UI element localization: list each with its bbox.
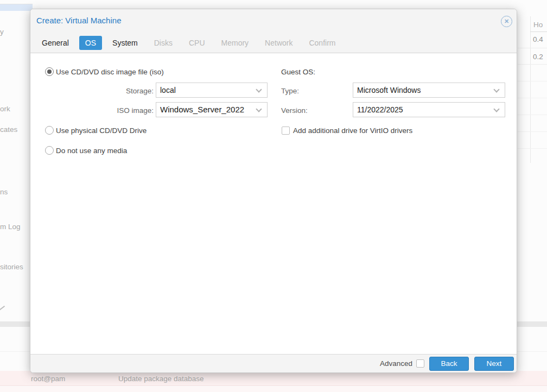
divider [518,115,547,115]
os-version-label: Version: [281,106,308,115]
storage-label: Storage: [83,87,154,95]
radio-physical-cd-label: Use physical CD/DVD Drive [56,127,147,135]
sidebar-item-fragment: cates [0,125,17,134]
task-log-row: root@pam Update package database [0,371,547,386]
sidebar-item-fragment: y [0,28,4,36]
tab-network: Network [259,36,298,50]
task-description: Update package database [118,375,204,383]
os-type-select[interactable]: Microsoft Windows [353,83,505,98]
virtio-drive-label: Add additional drive for VirtIO drivers [293,127,412,135]
radio-no-media[interactable] [45,146,54,155]
virtio-drive-checkbox[interactable] [282,127,290,135]
sidebar-item-fragment: sitories [0,263,23,271]
task-log-row [0,387,547,392]
radio-physical-cd[interactable] [45,126,54,135]
radio-no-media-label: Do not use any media [56,147,127,155]
guest-os-heading: Guest OS: [281,68,315,76]
tab-general[interactable]: General [36,36,75,50]
os-version-value: 11/2022/2025 [357,105,403,114]
os-type-value: Microsoft Windows [357,86,421,94]
next-button[interactable]: Next [474,357,514,371]
tab-memory: Memory [215,36,255,50]
storage-select[interactable]: local [156,83,268,98]
tab-cpu: CPU [183,36,211,50]
tab-disks: Disks [148,36,179,50]
table-cell-value: 0.2 [533,53,543,61]
chevron-down-icon[interactable] [256,86,262,92]
radio-use-iso-label: Use CD/DVD disc image file (iso) [56,68,164,76]
tab-os[interactable]: OS [79,36,102,50]
create-vm-dialog: Create: Virtual Machine ✕ General OS Sys… [30,9,517,373]
close-icon: ✕ [504,18,509,25]
chevron-down-icon[interactable] [493,106,499,112]
table-cell-value: 0.4 [533,35,543,43]
sidebar-fragment-mark [0,306,5,311]
table-header-fragment: Ho [533,21,543,29]
sidebar-item-fragment: m Log [0,223,21,231]
iso-image-select[interactable]: Windows_Server_2022 [156,102,268,117]
close-button[interactable]: ✕ [501,16,512,27]
dialog-body: Use CD/DVD disc image file (iso) Storage… [30,54,517,354]
table-column-divider [530,16,531,163]
divider [518,131,547,132]
dialog-footer: Advanced Back Next [30,354,517,372]
divider [518,64,547,65]
iso-image-label: ISO image: [83,106,154,115]
storage-value: local [160,86,176,94]
divider [518,148,547,149]
dialog-header: Create: Virtual Machine ✕ General OS Sys… [30,9,517,53]
sidebar-item-fragment: ns [0,188,8,196]
os-type-label: Type: [281,87,299,95]
divider [518,48,547,48]
advanced-checkbox[interactable] [416,359,424,368]
selected-tree-row-fragment [0,4,33,11]
radio-use-iso[interactable] [45,67,54,76]
iso-image-value: Windows_Server_2022 [160,105,244,114]
os-version-select[interactable]: 11/2022/2025 [353,102,505,117]
wizard-tabbar: General OS System Disks CPU Memory Netwo… [36,36,346,50]
divider [518,81,547,81]
sidebar-item-fragment: ork [0,105,10,113]
back-button[interactable]: Back [429,357,469,371]
chevron-down-icon[interactable] [493,86,499,92]
task-user: root@pam [31,375,65,383]
advanced-label: Advanced [380,359,412,368]
tab-system[interactable]: System [106,36,144,50]
divider [530,31,547,32]
divider [518,98,547,98]
chevron-down-icon[interactable] [256,106,262,112]
tab-confirm: Confirm [303,36,341,50]
dialog-title: Create: Virtual Machine [36,16,121,25]
